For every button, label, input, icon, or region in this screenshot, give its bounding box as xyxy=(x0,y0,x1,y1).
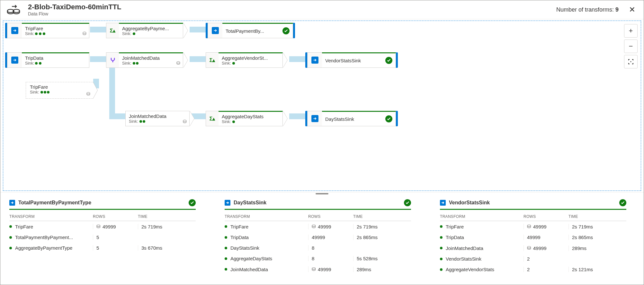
node-daystats-sink[interactable]: DayStatsSink xyxy=(305,111,402,126)
node-tripdata-source[interactable]: TripData Sink: xyxy=(5,52,95,68)
source-icon xyxy=(7,52,22,68)
join-icon xyxy=(106,52,119,68)
node-sink: Sink: xyxy=(129,119,186,124)
node-tripfare-source[interactable]: TripFare Sink: ⛁ xyxy=(5,23,95,38)
panel-rows-2: TripFare⛁499992s 719msTripData499992s 86… xyxy=(225,221,411,275)
table-row: TripFare⛁499992s 719ms xyxy=(440,221,626,232)
success-icon xyxy=(385,57,392,64)
table-row: TripFare⛁499992s 719ms xyxy=(9,221,196,232)
node-aggregate-vendor[interactable]: Σ▴ AggregateVendorSt... Sink: xyxy=(206,52,287,68)
panel-rows-1: TripFare⛁499992s 719msTotalPaymentByPaym… xyxy=(9,221,196,253)
table-row: AggregateVendorStats22s 121ms xyxy=(440,264,626,275)
zoom-in-button[interactable]: + xyxy=(624,24,638,38)
dataflow-icon xyxy=(6,3,22,16)
table-row: TotalPaymentByPayment...5 xyxy=(9,232,196,243)
source-icon xyxy=(7,23,22,38)
sink-icon xyxy=(208,23,222,38)
panel-totalpayment: TotalPaymentByPaymentType TRANSFORMROWST… xyxy=(9,199,196,275)
node-tripfare-reference[interactable]: TripFare Sink: ⛁ xyxy=(26,82,93,99)
table-row: TripFare⛁499992s 719ms xyxy=(225,221,411,232)
transforms-count-label: Number of transforms: 9 xyxy=(556,6,619,13)
node-sink: Sink: xyxy=(222,61,279,66)
table-row: JoinMatchedData⛁49999289ms xyxy=(440,243,626,254)
panel-rows-3: TripFare⛁499992s 719msTripData499992s 86… xyxy=(440,221,626,275)
panel-title: DayStatsSink xyxy=(234,200,401,206)
table-row: TripData499992s 865ms xyxy=(225,232,411,243)
node-title: AggregateVendorSt... xyxy=(222,55,279,61)
success-icon xyxy=(404,199,411,206)
table-row: AggregateByPaymentType53s 670ms xyxy=(9,243,196,253)
node-sink: Sink: xyxy=(25,61,86,66)
node-joinmatcheddata[interactable]: JoinMatchedData Sink: ⛁ xyxy=(106,52,188,68)
node-joinmatcheddata-ref[interactable]: JoinMatchedData Sink: ⛁ xyxy=(125,111,194,126)
database-icon: ⛁ xyxy=(86,91,90,96)
close-button[interactable]: ✕ xyxy=(626,4,638,15)
sink-icon xyxy=(225,200,230,206)
panel-column-headers: TRANSFORMROWSTIME xyxy=(9,212,196,221)
node-sink: Sink: xyxy=(222,119,279,124)
panel-column-headers: TRANSFORMROWSTIME xyxy=(440,212,626,221)
zoom-out-button[interactable]: − xyxy=(624,40,638,53)
node-sink: Sink: xyxy=(122,61,180,66)
node-title: AggregateByPayme... xyxy=(122,26,180,31)
node-sink: Sink: xyxy=(122,31,180,36)
table-row: TripData499992s 865ms xyxy=(440,232,626,243)
aggregate-icon: Σ▴ xyxy=(206,111,219,126)
sink-icon xyxy=(307,111,322,126)
node-title: AggregateDayStats xyxy=(222,114,279,119)
svg-point-2 xyxy=(631,61,631,62)
node-aggregate-day[interactable]: Σ▴ AggregateDayStats Sink: xyxy=(206,111,287,126)
panel-vendorstats: VendorStatsSink TRANSFORMROWSTIME TripFa… xyxy=(440,199,626,275)
node-aggregate-payment[interactable]: Σ▴ AggregateByPayme... Sink: xyxy=(106,23,188,38)
table-row: AggregateDayStats85s 528ms xyxy=(225,253,411,264)
success-icon xyxy=(619,199,626,206)
aggregate-icon: Σ▴ xyxy=(206,52,219,68)
panel-column-headers: TRANSFORMROWSTIME xyxy=(225,212,411,221)
database-icon: ⛁ xyxy=(176,60,180,66)
node-title: TripFare xyxy=(25,26,86,31)
page-subtitle: Data Flow xyxy=(28,11,556,16)
header: 2-Blob-TaxiDemo-60minTTL Data Flow Numbe… xyxy=(0,0,644,19)
results-panels: TotalPaymentByPaymentType TRANSFORMROWST… xyxy=(0,195,644,279)
node-sink: Sink: ⛁ xyxy=(30,90,89,94)
node-title: TripFare xyxy=(30,84,89,90)
database-icon: ⛁ xyxy=(183,119,187,124)
sink-icon xyxy=(307,52,322,68)
node-title: VendorStatsSink xyxy=(325,58,361,63)
dataflow-canvas[interactable]: TripFare Sink: ⛁ Σ▴ AggregateByPayme... … xyxy=(3,21,641,191)
zoom-controls: + − xyxy=(624,24,638,68)
node-title: TripData xyxy=(25,55,86,61)
success-icon xyxy=(282,27,290,34)
panel-daystats: DayStatsSink TRANSFORMROWSTIME TripFare⛁… xyxy=(225,199,411,275)
node-title: JoinMatchedData xyxy=(129,113,186,119)
table-row: JoinMatchedData⛁49999289ms xyxy=(225,264,411,275)
table-row: DayStatsSink8 xyxy=(225,243,411,253)
node-vendorstats-sink[interactable]: VendorStatsSink xyxy=(305,52,402,68)
node-totalpayment-sink[interactable]: TotalPaymentBy... xyxy=(206,23,299,38)
panel-title: VendorStatsSink xyxy=(449,200,616,206)
splitter[interactable] xyxy=(0,192,644,195)
node-title: DayStatsSink xyxy=(325,116,354,122)
zoom-fit-button[interactable] xyxy=(624,55,638,68)
page-title: 2-Blob-TaxiDemo-60minTTL xyxy=(28,3,556,11)
sink-icon xyxy=(9,200,15,206)
sink-icon xyxy=(440,200,446,206)
panel-title: TotalPaymentByPaymentType xyxy=(18,200,185,206)
aggregate-icon: Σ▴ xyxy=(106,23,119,38)
node-title: TotalPaymentBy... xyxy=(226,28,264,34)
table-row: VendorStatsSink2 xyxy=(440,254,626,264)
success-icon xyxy=(189,199,196,206)
database-icon: ⛁ xyxy=(83,31,86,36)
node-sink: Sink: xyxy=(25,31,86,36)
node-title: JoinMatchedData xyxy=(122,55,180,61)
success-icon xyxy=(385,115,392,122)
